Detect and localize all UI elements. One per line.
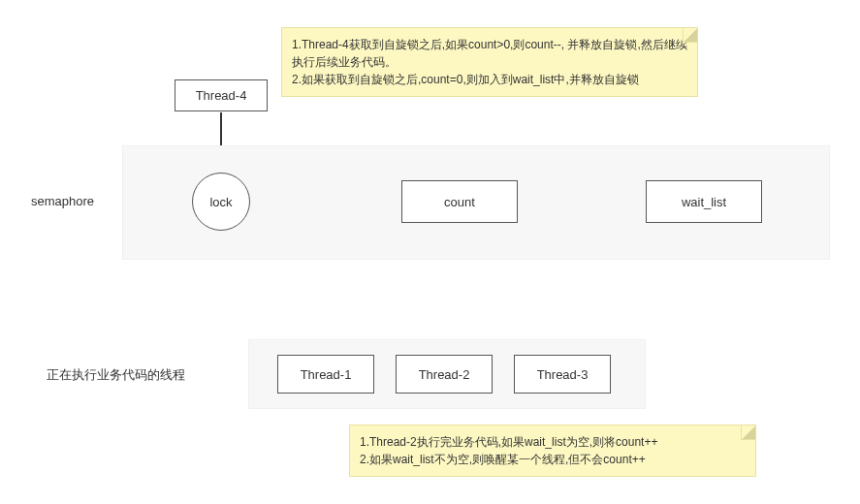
running-threads-row: Thread-1 Thread-2 Thread-3 bbox=[277, 355, 611, 394]
thread1-label: Thread-1 bbox=[301, 367, 352, 382]
count-label: count bbox=[444, 195, 475, 209]
note-bottom-line2: 2.如果wait_list不为空,则唤醒某一个线程,但不会count++ bbox=[360, 451, 746, 468]
thread4-label: Thread-4 bbox=[196, 88, 247, 103]
note-bottom-line1: 1.Thread-2执行完业务代码,如果wait_list为空,则将count+… bbox=[360, 433, 746, 451]
running-label: 正在执行业务代码的线程 bbox=[47, 366, 185, 384]
thread1-box: Thread-1 bbox=[277, 355, 374, 394]
thread2-box: Thread-2 bbox=[396, 355, 493, 394]
lock-label: lock bbox=[209, 195, 232, 209]
thread4-box: Thread-4 bbox=[175, 79, 268, 111]
note-top-line1: 1.Thread-4获取到自旋锁之后,如果count>0,则count--, 并… bbox=[292, 36, 687, 71]
note-bottom: 1.Thread-2执行完业务代码,如果wait_list为空,则将count+… bbox=[349, 425, 756, 477]
count-box: count bbox=[401, 180, 518, 223]
note-top: 1.Thread-4获取到自旋锁之后,如果count>0,则count--, 并… bbox=[281, 27, 698, 97]
semaphore-label: semaphore bbox=[31, 194, 94, 208]
waitlist-label: wait_list bbox=[682, 195, 726, 209]
thread3-box: Thread-3 bbox=[514, 355, 611, 394]
thread2-label: Thread-2 bbox=[419, 367, 470, 382]
note-top-line2: 2.如果获取到自旋锁之后,count=0,则加入到wait_list中,并释放自… bbox=[292, 71, 687, 88]
lock-circle: lock bbox=[192, 173, 250, 231]
thread3-label: Thread-3 bbox=[537, 367, 589, 382]
waitlist-box: wait_list bbox=[646, 180, 762, 223]
